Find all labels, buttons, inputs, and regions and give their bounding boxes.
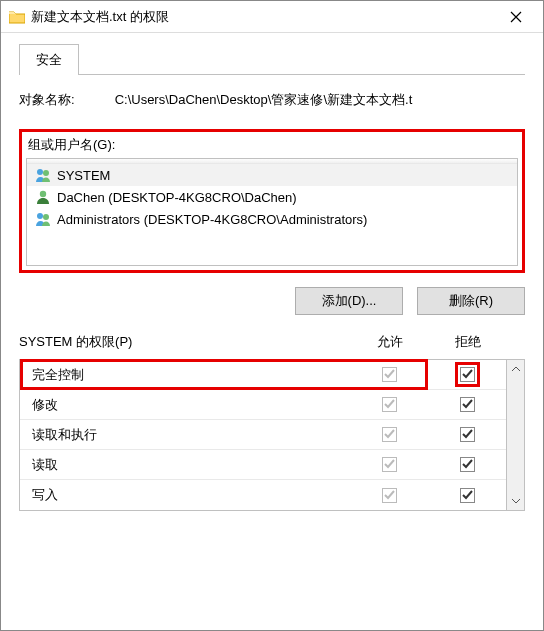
permission-row: 写入 [20,480,506,510]
allow-checkbox[interactable] [382,367,397,382]
user-item-label: SYSTEM [57,168,110,183]
permissions-header: SYSTEM 的权限(P) 允许 拒绝 [19,333,525,351]
tab-row: 安全 [19,43,525,75]
permissions-header-allow: 允许 [351,333,429,351]
chevron-down-icon [512,498,520,504]
object-label: 对象名称: [19,91,75,109]
window-title: 新建文本文档.txt 的权限 [31,8,493,26]
permission-label: 写入 [32,486,350,504]
permission-row: 读取 [20,450,506,480]
permission-row: 修改 [20,390,506,420]
users-section-highlight: 组或用户名(G): SYSTEMDaChen (DESKTOP-4KG8CRO\… [19,129,525,273]
permission-label: 修改 [32,396,350,414]
user-item[interactable]: DaChen (DESKTOP-4KG8CRO\DaChen) [27,186,517,208]
deny-checkbox[interactable] [460,427,475,442]
permissions-header-label: SYSTEM 的权限(P) [19,333,351,351]
permission-row: 完全控制 [20,360,506,390]
permissions-scrollbar[interactable] [507,359,525,511]
user-item-label: Administrators (DESKTOP-4KG8CRO\Administ… [57,212,367,227]
svg-point-1 [43,170,49,176]
svg-point-2 [40,191,46,197]
deny-highlight [455,362,480,387]
svg-point-0 [37,169,43,175]
object-row: 对象名称: C:\Users\DaChen\Desktop\管家速修\新建文本文… [19,91,525,109]
object-path: C:\Users\DaChen\Desktop\管家速修\新建文本文档.t [115,91,525,109]
permissions-container: 完全控制修改读取和执行读取写入 [19,359,525,511]
add-button[interactable]: 添加(D)... [295,287,403,315]
permission-label: 完全控制 [32,366,350,384]
deny-checkbox[interactable] [460,457,475,472]
content-area: 安全 对象名称: C:\Users\DaChen\Desktop\管家速修\新建… [1,33,543,529]
button-row: 添加(D)... 删除(R) [19,287,525,315]
permissions-table: 完全控制修改读取和执行读取写入 [19,359,507,511]
chevron-up-icon [512,366,520,372]
permissions-header-deny: 拒绝 [429,333,507,351]
folder-icon [9,10,25,24]
scroll-up-button[interactable] [507,360,524,378]
allow-checkbox[interactable] [382,488,397,503]
deny-checkbox[interactable] [460,367,475,382]
allow-checkbox[interactable] [382,457,397,472]
user-icon [35,167,51,183]
user-item[interactable]: Administrators (DESKTOP-4KG8CRO\Administ… [27,208,517,230]
permission-label: 读取 [32,456,350,474]
close-icon [510,11,522,23]
allow-checkbox[interactable] [382,397,397,412]
remove-button[interactable]: 删除(R) [417,287,525,315]
allow-checkbox[interactable] [382,427,397,442]
group-users-label: 组或用户名(G): [26,134,518,158]
deny-checkbox[interactable] [460,397,475,412]
permission-label: 读取和执行 [32,426,350,444]
svg-point-3 [37,213,43,219]
user-icon [35,189,51,205]
deny-checkbox[interactable] [460,488,475,503]
users-list[interactable]: SYSTEMDaChen (DESKTOP-4KG8CRO\DaChen)Adm… [26,158,518,266]
title-bar: 新建文本文档.txt 的权限 [1,1,543,33]
scroll-down-button[interactable] [507,492,524,510]
user-item-label: DaChen (DESKTOP-4KG8CRO\DaChen) [57,190,297,205]
svg-point-4 [43,214,49,220]
user-item[interactable]: SYSTEM [27,164,517,186]
close-button[interactable] [493,2,539,32]
tab-security[interactable]: 安全 [19,44,79,75]
permission-row: 读取和执行 [20,420,506,450]
user-icon [35,211,51,227]
